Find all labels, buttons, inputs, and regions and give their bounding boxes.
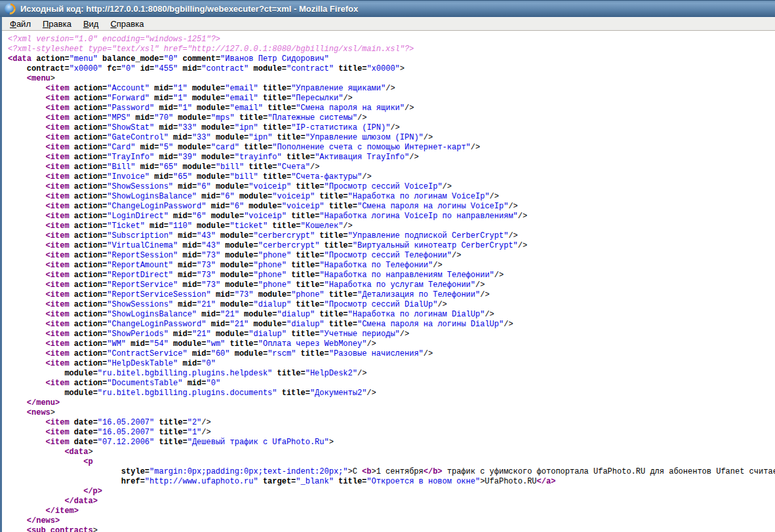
source-line: <item action="HelpDeskTable" mid="0" bbox=[8, 359, 775, 369]
source-line: <data> bbox=[8, 447, 775, 457]
source-line: </data> bbox=[8, 497, 775, 506]
source-line: <item action="ShowLoginsBalance" mid="21… bbox=[8, 310, 775, 320]
source-line: <item action="ShowSessions" mid="6" modu… bbox=[8, 182, 775, 192]
source-line: <menu> bbox=[8, 74, 775, 84]
source-line: <item action="Account" mid="1" module="e… bbox=[8, 84, 775, 94]
source-line: <item action="VirtualCinema" mid="43" mo… bbox=[8, 241, 775, 251]
source-line: contract="x0000" fc="0" id="455" mid="co… bbox=[8, 64, 775, 74]
source-line: </menu> bbox=[8, 398, 775, 408]
source-line: <sub_contracts> bbox=[8, 526, 775, 532]
source-line: <item date="16.05.2007" title="1"/> bbox=[8, 428, 775, 438]
source-line: <item date="07.12.2006" title="Дешевый т… bbox=[8, 438, 775, 447]
source-line: <item action="ShowLoginsBalance" mid="6"… bbox=[8, 192, 775, 202]
source-line: <?xml-stylesheet type="text/xsl" href="h… bbox=[8, 45, 775, 54]
menu-help[interactable]: Справка bbox=[104, 18, 149, 30]
source-line: <p bbox=[8, 457, 775, 467]
source-line: <item action="Subscription" mid="43" mod… bbox=[8, 231, 775, 241]
menubar: ФайлПравкаВидСправка bbox=[2, 17, 775, 31]
source-line: </item> bbox=[8, 506, 775, 516]
source-line: <item action="ShowStat" mid="33" module=… bbox=[8, 123, 775, 133]
window-body: ФайлПравкаВидСправка <?xml version="1.0"… bbox=[0, 17, 775, 532]
source-line: <item action="Forward" mid="1" module="e… bbox=[8, 94, 775, 104]
source-line: </news> bbox=[8, 516, 775, 526]
source-line: <item action="MPS" mid="70" module="mps"… bbox=[8, 113, 775, 123]
source-line: <data action="menu" balance_mode="0" com… bbox=[8, 54, 775, 64]
source-line: <item action="WM" mid="54" module="wm" t… bbox=[8, 339, 775, 349]
menu-edit[interactable]: Правка bbox=[37, 18, 77, 30]
source-line: <item action="ShowPeriods" mid="21" modu… bbox=[8, 330, 775, 339]
source-line: <item action="DocumentsTable" mid="0" bbox=[8, 379, 775, 389]
menu-file[interactable]: Файл bbox=[4, 18, 37, 30]
source-line: <item action="ShowSessions" mid="21" mod… bbox=[8, 300, 775, 310]
source-line: <item action="ReportSession" mid="73" mo… bbox=[8, 251, 775, 261]
window-titlebar[interactable]: Исходный код: http://127.0.0.1:8080/bgbi… bbox=[0, 0, 775, 17]
source-line: module="ru.bitel.bgbilling.plugins.docum… bbox=[8, 389, 775, 398]
firefox-icon bbox=[5, 3, 16, 14]
source-line: <?xml version="1.0" encoding="windows-12… bbox=[8, 35, 775, 45]
source-line: <item action="ReportServiceSession" mid=… bbox=[8, 290, 775, 300]
source-line: <item action="ReportService" mid="73" mo… bbox=[8, 280, 775, 290]
source-view[interactable]: <?xml version="1.0" encoding="windows-12… bbox=[2, 31, 775, 532]
source-line: <item action="ChangeLoginPassword" mid="… bbox=[8, 202, 775, 212]
window-title: Исходный код: http://127.0.0.1:8080/bgbi… bbox=[20, 4, 358, 14]
source-line: <item action="LoginDirect" mid="6" modul… bbox=[8, 212, 775, 221]
menu-view[interactable]: Вид bbox=[77, 18, 105, 30]
source-line: href="http://www.ufaphoto.ru" target="_b… bbox=[8, 477, 775, 487]
source-line: <item action="TrayInfo" mid="39" module=… bbox=[8, 153, 775, 162]
source-line: <item action="GateControl" mid="33" modu… bbox=[8, 133, 775, 143]
source-line: <item action="ChangeLoginPassword" mid="… bbox=[8, 320, 775, 330]
source-line: <item action="ReportDirect" mid="73" mod… bbox=[8, 271, 775, 280]
source-line: <item action="Password" mid="1" module="… bbox=[8, 104, 775, 113]
firefox-view-source-window: Исходный код: http://127.0.0.1:8080/bgbi… bbox=[0, 0, 775, 532]
source-line: style="margin:0px;padding:0px;text-inden… bbox=[8, 467, 775, 477]
source-line: <item action="ContractService" mid="60" … bbox=[8, 349, 775, 359]
source-line: <item action="Ticket" mid="110" module="… bbox=[8, 221, 775, 231]
source-line: </p> bbox=[8, 487, 775, 497]
source-line: <item action="Invoice" mid="65" module="… bbox=[8, 172, 775, 182]
source-line: module="ru.bitel.bgbilling.plugins.helpd… bbox=[8, 369, 775, 379]
source-line: <news> bbox=[8, 408, 775, 418]
source-line: <item action="ReportAmount" mid="73" mod… bbox=[8, 261, 775, 271]
source-line: <item date="16.05.2007" title="2"/> bbox=[8, 418, 775, 428]
source-line: <item action="Card" mid="5" module="card… bbox=[8, 143, 775, 153]
source-line: <item action="Bill" mid="65" module="bil… bbox=[8, 162, 775, 172]
